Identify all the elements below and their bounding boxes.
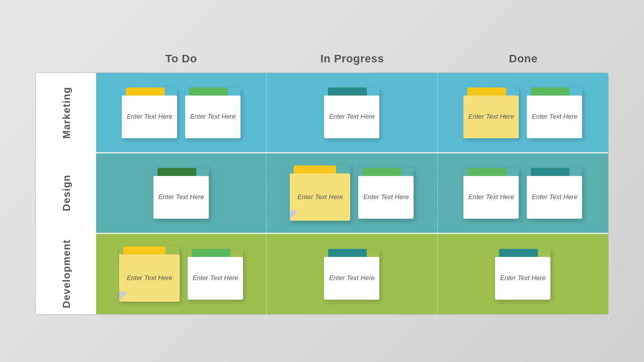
sticky-note[interactable]: Enter Text Here bbox=[119, 246, 180, 302]
sticky-tab bbox=[189, 87, 228, 96]
sticky-text: Enter Text Here bbox=[468, 193, 514, 202]
sticky-body: Enter Text Here bbox=[119, 254, 180, 302]
sticky-body: Enter Text Here bbox=[290, 173, 350, 221]
sticky-body: Enter Text Here bbox=[463, 96, 519, 138]
sticky-body: Enter Text Here bbox=[122, 96, 177, 138]
sticky-note[interactable]: Enter Text Here bbox=[188, 249, 243, 300]
sticky-tab bbox=[467, 168, 506, 176]
sticky-tab bbox=[531, 87, 570, 96]
sticky-tab bbox=[467, 87, 506, 96]
sticky-note[interactable]: Enter Text Here bbox=[358, 168, 414, 219]
sticky-note[interactable]: Enter Text Here bbox=[324, 87, 379, 138]
sticky-note[interactable]: Enter Text Here bbox=[495, 249, 550, 300]
sticky-tab bbox=[362, 168, 401, 176]
sticky-body: Enter Text Here bbox=[358, 176, 414, 219]
cell-design-inprogress: Enter Text Here Enter Text Here bbox=[267, 153, 437, 233]
cell-marketing-inprogress: Enter Text Here bbox=[267, 73, 437, 152]
sticky-text: Enter Text Here bbox=[127, 274, 173, 283]
row-development: Development Enter Text Here Enter Text H… bbox=[36, 234, 608, 314]
sticky-text: Enter Text Here bbox=[190, 112, 236, 121]
sticky-text: Enter Text Here bbox=[363, 193, 409, 202]
row-label-design: Design bbox=[36, 153, 96, 233]
sticky-body: Enter Text Here bbox=[527, 176, 582, 219]
column-headers: To Do In Progress Done bbox=[35, 47, 609, 72]
cell-design-todo: Enter Text Here bbox=[96, 153, 267, 233]
cell-marketing-todo: Enter Text Here Enter Text Here bbox=[96, 73, 267, 152]
sticky-text: Enter Text Here bbox=[329, 274, 375, 283]
row-label-development: Development bbox=[36, 234, 96, 314]
sticky-text: Enter Text Here bbox=[532, 112, 578, 121]
sticky-note[interactable]: Enter Text Here bbox=[122, 87, 177, 138]
sticky-body: Enter Text Here bbox=[324, 257, 379, 300]
sticky-text: Enter Text Here bbox=[532, 193, 578, 202]
sticky-tab bbox=[126, 87, 165, 96]
cell-development-todo: Enter Text Here Enter Text Here bbox=[96, 234, 267, 314]
col-header-done: Done bbox=[438, 47, 609, 72]
sticky-text: Enter Text Here bbox=[500, 274, 546, 283]
col-header-inprogress: In Progress bbox=[267, 47, 438, 72]
row-label-marketing: Marketing bbox=[36, 73, 96, 152]
sticky-note[interactable]: Enter Text Here bbox=[324, 249, 379, 300]
sticky-note[interactable]: Enter Text Here bbox=[290, 165, 350, 221]
sticky-text: Enter Text Here bbox=[329, 112, 375, 121]
cell-design-done: Enter Text Here Enter Text Here bbox=[438, 153, 608, 233]
cell-development-done: Enter Text Here bbox=[438, 234, 608, 314]
sticky-note[interactable]: Enter Text Here bbox=[463, 168, 519, 219]
sticky-note[interactable]: Enter Text Here bbox=[153, 168, 209, 219]
sticky-body: Enter Text Here bbox=[324, 96, 379, 138]
sticky-tab bbox=[294, 165, 336, 173]
sticky-text: Enter Text Here bbox=[127, 112, 173, 121]
row-design: Design Enter Text Here Enter Text Here bbox=[36, 153, 608, 234]
sticky-tab bbox=[499, 249, 538, 257]
sticky-body: Enter Text Here bbox=[188, 257, 243, 300]
cell-marketing-done: Enter Text Here Enter Text Here bbox=[438, 73, 608, 152]
sticky-tab bbox=[192, 249, 230, 257]
sticky-body: Enter Text Here bbox=[185, 96, 240, 138]
sticky-body: Enter Text Here bbox=[153, 176, 209, 219]
sticky-note[interactable]: Enter Text Here bbox=[527, 87, 582, 138]
kanban-board: To Do In Progress Done Marketing Enter T… bbox=[35, 47, 609, 315]
cell-development-inprogress: Enter Text Here bbox=[267, 234, 437, 314]
row-marketing: Marketing Enter Text Here Enter Text Her… bbox=[36, 73, 608, 153]
header-spacer bbox=[35, 47, 96, 72]
sticky-tab bbox=[328, 249, 367, 257]
sticky-note[interactable]: Enter Text Here bbox=[463, 87, 519, 138]
sticky-note[interactable]: Enter Text Here bbox=[185, 87, 240, 138]
sticky-tab bbox=[123, 246, 166, 254]
col-header-todo: To Do bbox=[96, 47, 267, 72]
sticky-text: Enter Text Here bbox=[468, 112, 514, 121]
sticky-note[interactable]: Enter Text Here bbox=[527, 168, 582, 219]
sticky-tab bbox=[531, 168, 570, 176]
sticky-body: Enter Text Here bbox=[527, 96, 582, 138]
sticky-body: Enter Text Here bbox=[463, 176, 519, 219]
sticky-text: Enter Text Here bbox=[193, 274, 238, 283]
sticky-tab bbox=[157, 168, 196, 176]
kanban-grid: Marketing Enter Text Here Enter Text Her… bbox=[35, 72, 609, 315]
sticky-text: Enter Text Here bbox=[297, 193, 343, 202]
sticky-text: Enter Text Here bbox=[158, 193, 204, 202]
sticky-body: Enter Text Here bbox=[495, 257, 550, 300]
sticky-tab bbox=[328, 87, 367, 96]
